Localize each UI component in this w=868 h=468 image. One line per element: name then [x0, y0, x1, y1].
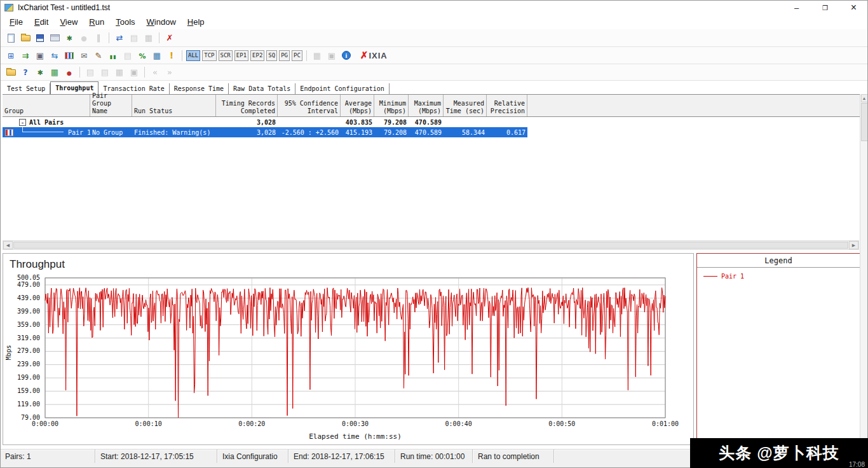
reorder-pairs-button[interactable] — [48, 48, 62, 62]
ixia-logo: IXIA — [360, 50, 388, 61]
tab-throughput[interactable]: Throughput — [50, 81, 98, 94]
protocol-scr-button[interactable]: SCR — [219, 50, 233, 61]
toolbar-separator — [144, 67, 145, 78]
results-chart-button[interactable] — [106, 48, 120, 62]
layout2-button[interactable] — [98, 65, 112, 79]
warnings-button[interactable] — [165, 48, 179, 62]
warning-icon — [170, 51, 173, 60]
edit-pair-button[interactable] — [92, 48, 105, 62]
watermark: 头条 @萝卜科技 17:08 — [690, 438, 868, 468]
open-folder-icon — [21, 35, 31, 41]
protocol-all-button[interactable]: ALL — [186, 50, 200, 61]
protocol-pg-button[interactable]: PG — [279, 50, 290, 61]
table-row-pair1[interactable]: Pair 1 No Group Finished: Warning(s) 3,0… — [3, 127, 527, 137]
grid-header: Group Pair GroupName Run Status Timing R… — [3, 94, 860, 117]
reorder-icon — [51, 52, 58, 60]
menu-run[interactable]: Run — [83, 16, 110, 29]
shift-right-button[interactable] — [163, 65, 177, 79]
view-pane-button[interactable] — [325, 48, 339, 62]
minimize-button[interactable] — [782, 0, 811, 15]
column-header-relative-precision[interactable]: RelativePrecision — [487, 95, 527, 116]
report-button[interactable] — [121, 48, 135, 62]
pause-run-button[interactable] — [92, 31, 105, 45]
archive-button[interactable] — [4, 65, 18, 79]
datagram-button[interactable] — [150, 48, 164, 62]
menu-window[interactable]: Window — [141, 16, 182, 29]
layout4-button[interactable] — [127, 65, 141, 79]
message-button[interactable] — [77, 48, 91, 62]
column-header-maximum[interactable]: Maximum(Mbps) — [409, 95, 444, 116]
column-header-group[interactable]: Group — [3, 95, 90, 116]
percentile-button[interactable] — [135, 48, 149, 62]
column-header-confidence-interval[interactable]: 95% ConfidenceInterval — [278, 95, 341, 116]
table-row-all-pairs[interactable]: All Pairs 3,028 403.835 79.208 470.589 — [3, 117, 527, 127]
vertical-scroll-thumb[interactable] — [861, 103, 868, 141]
menu-edit[interactable]: Edit — [29, 16, 54, 29]
help-topics-button[interactable] — [18, 65, 32, 79]
copy-button[interactable] — [127, 31, 141, 45]
group-tree-icon — [8, 52, 14, 60]
maximize-button[interactable] — [811, 0, 839, 15]
collapse-minus-icon[interactable] — [19, 119, 26, 126]
run-options-button[interactable] — [62, 31, 76, 45]
toolbar-separator — [79, 67, 80, 78]
status-pairs: Pairs: 1 — [0, 450, 95, 463]
column-header-timing-records[interactable]: Timing RecordsCompleted — [216, 95, 278, 116]
vertical-scrollbar[interactable] — [860, 94, 868, 446]
column-header-pair-group-name[interactable]: Pair GroupName — [90, 95, 132, 116]
menu-view[interactable]: View — [54, 16, 83, 29]
record-button[interactable] — [62, 65, 76, 79]
scroll-up-arrow[interactable] — [861, 94, 868, 102]
tab-endpoint-configuration[interactable]: Endpoint Configuration — [295, 83, 389, 94]
results-grid: Group Pair GroupName Run Status Timing R… — [3, 94, 860, 137]
horizontal-scroll-thumb[interactable] — [13, 242, 848, 249]
new-group-button[interactable] — [4, 48, 18, 62]
info-button[interactable] — [339, 48, 353, 62]
close-button[interactable] — [839, 0, 868, 15]
print-button[interactable] — [48, 31, 62, 45]
tab-response-time[interactable]: Response Time — [170, 83, 229, 94]
protocol-sq-button[interactable]: SQ — [266, 50, 277, 61]
paste-button[interactable] — [142, 31, 156, 45]
replicate-pair-button[interactable] — [33, 48, 47, 62]
throughput-chart-panel: Throughput Mbps 500.05479.00439.00399.00… — [3, 253, 694, 445]
stop-run-button[interactable] — [77, 31, 91, 45]
results-chart-icon — [110, 52, 117, 60]
new-test-button[interactable] — [4, 31, 18, 45]
abort-run-button[interactable] — [163, 31, 177, 45]
pair-chart-button[interactable] — [62, 48, 76, 62]
column-header-average[interactable]: Average(Mbps) — [341, 95, 374, 116]
menu-tools[interactable]: Tools — [110, 16, 140, 29]
legend-pair1-label: Pair 1 — [721, 273, 744, 280]
protocol-ep1-button[interactable]: EP1 — [234, 50, 248, 61]
column-header-minimum[interactable]: Minimum(Mbps) — [374, 95, 409, 116]
column-header-run-status[interactable]: Run Status — [132, 95, 216, 116]
ixia-network-button[interactable] — [48, 65, 62, 79]
tab-raw-data-totals[interactable]: Raw Data Totals — [229, 83, 295, 94]
swap-endpoints-button[interactable] — [112, 31, 126, 45]
add-pair-button[interactable] — [18, 48, 32, 62]
protocol-tcp-button[interactable]: TCP — [202, 50, 216, 61]
grid-horizontal-scrollbar[interactable] — [3, 240, 859, 250]
column-header-measured-time[interactable]: MeasuredTime (sec) — [444, 95, 487, 116]
shift-left-button[interactable] — [148, 65, 162, 79]
stop-icon — [81, 34, 87, 42]
save-test-button[interactable] — [33, 31, 47, 45]
menu-file[interactable]: File — [4, 16, 29, 29]
protocol-ep2-button[interactable]: EP2 — [250, 50, 264, 61]
menu-help[interactable]: Help — [182, 16, 210, 29]
legend-title: Legend — [697, 254, 860, 268]
ixia-x-icon — [360, 50, 369, 61]
scroll-right-arrow[interactable] — [849, 241, 858, 249]
view-grid-button[interactable] — [310, 48, 324, 62]
layout-icon — [86, 68, 94, 76]
legend-entry-pair1[interactable]: Pair 1 — [703, 273, 860, 280]
open-test-button[interactable] — [18, 31, 32, 45]
clipboard-icon — [130, 34, 138, 42]
layout1-button[interactable] — [83, 65, 97, 79]
tab-test-setup[interactable]: Test Setup — [3, 83, 50, 94]
scroll-left-arrow[interactable] — [3, 241, 13, 249]
tools-button[interactable] — [33, 65, 47, 79]
protocol-pc-button[interactable]: PC — [292, 50, 302, 61]
layout3-button[interactable] — [112, 65, 126, 79]
